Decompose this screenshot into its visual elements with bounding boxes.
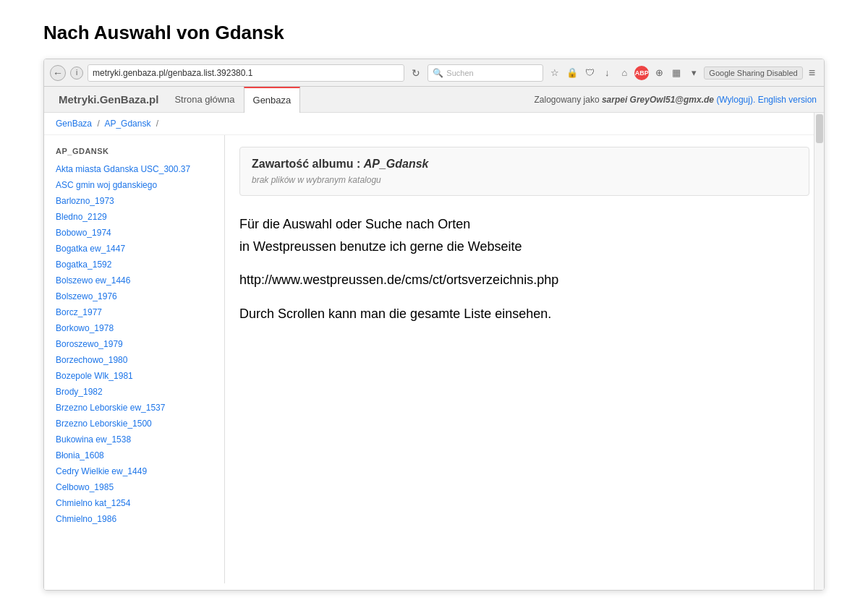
nav-user-info: Zalogowany jako sarpei GreyOwl51@gmx.de … xyxy=(535,95,817,105)
english-link[interactable]: English version xyxy=(758,95,817,105)
breadcrumb: GenBaza / AP_Gdansk / xyxy=(44,113,824,135)
google-sharing-badge: Google Sharing Disabled xyxy=(704,67,802,80)
scrollbar-thumb[interactable] xyxy=(816,114,823,143)
site-navbar: Metryki.GenBaza.pl Strona główna Genbaza… xyxy=(44,87,824,113)
breadcrumb-sep-2: / xyxy=(156,119,158,129)
content-layout: AP_GDANSK Akta miasta Gdanska USC_300.37… xyxy=(44,135,824,583)
sidebar-item-21[interactable]: Chmielno kat_1254 xyxy=(44,495,224,511)
sidebar-item-1[interactable]: ASC gmin woj gdanskiego xyxy=(44,177,224,193)
address-text: metryki.genbaza.pl/genbaza.list.392380.1 xyxy=(93,68,252,78)
star-icon[interactable]: ☆ xyxy=(548,66,562,80)
sidebar-heading: AP_GDANSK xyxy=(44,144,224,161)
browser-toolbar: ← i metryki.genbaza.pl/genbaza.list.3923… xyxy=(44,59,824,87)
sidebar-item-13[interactable]: Bozepole Wlk_1981 xyxy=(44,368,224,384)
sidebar-item-20[interactable]: Celbowo_1985 xyxy=(44,479,224,495)
page-heading: Nach Auswahl von Gdansk xyxy=(0,0,868,59)
sidebar-item-3[interactable]: Bledno_2129 xyxy=(44,209,224,225)
sidebar-item-12[interactable]: Borzechowo_1980 xyxy=(44,352,224,368)
sidebar-item-5[interactable]: Bogatka ew_1447 xyxy=(44,241,224,257)
sidebar-item-11[interactable]: Boroszewo_1979 xyxy=(44,336,224,352)
sidebar-item-6[interactable]: Bogatka_1592 xyxy=(44,257,224,273)
sidebar-item-17[interactable]: Bukowina ew_1538 xyxy=(44,432,224,447)
instruction-line3: Durch Scrollen kann man die gesamte List… xyxy=(239,303,809,325)
instruction-line1: Für die Auswahl oder Suche nach Orten xyxy=(239,213,809,236)
ext-icon[interactable]: ⊕ xyxy=(652,66,666,80)
sidebar-item-16[interactable]: Brzezno Leborskie_1500 xyxy=(44,416,224,432)
sidebar-item-9[interactable]: Borcz_1977 xyxy=(44,304,224,320)
sidebar-item-19[interactable]: Cedry Wielkie ew_1449 xyxy=(44,463,224,479)
username: sarpei GreyOwl51@gmx.de xyxy=(602,95,714,105)
home-icon[interactable]: ⌂ xyxy=(617,66,631,80)
album-box: Zawartość albumu : AP_Gdansk brak plików… xyxy=(239,147,809,196)
album-title: Zawartość albumu : AP_Gdansk xyxy=(252,158,797,171)
logout-link[interactable]: (Wyloguj). xyxy=(716,95,755,105)
search-placeholder: Suchen xyxy=(446,69,473,77)
address-bar[interactable]: metryki.genbaza.pl/genbaza.list.392380.1 xyxy=(88,64,404,82)
instruction-line2: in Westpreussen benutze ich gerne die We… xyxy=(239,236,809,258)
sidebar-item-2[interactable]: Barlozno_1973 xyxy=(44,193,224,209)
nav-link-home[interactable]: Strona główna xyxy=(166,87,243,113)
scrollbar[interactable] xyxy=(814,113,824,590)
search-icon: 🔍 xyxy=(433,68,443,78)
sidebar-item-18[interactable]: Błonia_1608 xyxy=(44,447,224,463)
browser-window: ← i metryki.genbaza.pl/genbaza.list.3923… xyxy=(43,59,825,591)
reload-button[interactable]: ↻ xyxy=(409,66,423,80)
lock-icon[interactable]: 🔒 xyxy=(565,66,579,80)
breadcrumb-ap-gdansk[interactable]: AP_Gdansk xyxy=(104,119,150,129)
shield-icon[interactable]: 🛡 xyxy=(582,66,597,80)
sidebar-item-15[interactable]: Brzezno Leborskie ew_1537 xyxy=(44,400,224,416)
sidebar-item-22[interactable]: Chmielno_1986 xyxy=(44,511,224,527)
instruction-text: Für die Auswahl oder Suche nach Orten in… xyxy=(239,213,809,325)
site-logo[interactable]: Metryki.GenBaza.pl xyxy=(51,93,166,106)
menu-button[interactable]: ≡ xyxy=(806,65,818,81)
sidebar-item-14[interactable]: Brody_1982 xyxy=(44,384,224,400)
search-bar[interactable]: 🔍 Suchen xyxy=(427,64,543,82)
nav-link-genbaza[interactable]: Genbaza xyxy=(244,87,301,113)
dropdown-icon[interactable]: ▾ xyxy=(686,66,701,80)
album-subtitle: brak plików w wybranym katalogu xyxy=(252,175,797,185)
sidebar-item-8[interactable]: Bolszewo_1976 xyxy=(44,288,224,304)
apps-icon[interactable]: ▦ xyxy=(669,66,684,80)
toolbar-icons: ☆ 🔒 🛡 ↓ ⌂ ABP ⊕ ▦ ▾ Google Sharing Disab… xyxy=(548,65,818,81)
album-name: AP_Gdansk xyxy=(364,158,429,170)
sidebar: AP_GDANSK Akta miasta Gdanska USC_300.37… xyxy=(44,135,225,583)
sidebar-item-10[interactable]: Borkowo_1978 xyxy=(44,320,224,336)
browser-content: GenBaza / AP_Gdansk / AP_GDANSK Akta mia… xyxy=(44,113,824,590)
sidebar-item-0[interactable]: Akta miasta Gdanska USC_300.37 xyxy=(44,161,224,177)
sidebar-item-7[interactable]: Bolszewo ew_1446 xyxy=(44,273,224,288)
main-panel: Zawartość albumu : AP_Gdansk brak plików… xyxy=(225,135,824,583)
instruction-link[interactable]: http://www.westpreussen.de/cms/ct/ortsve… xyxy=(239,269,809,291)
breadcrumb-genbaza[interactable]: GenBaza xyxy=(56,119,92,129)
back-button[interactable]: ← xyxy=(50,65,66,81)
abp-button[interactable]: ABP xyxy=(634,66,649,80)
info-button[interactable]: i xyxy=(70,67,83,80)
breadcrumb-sep-1: / xyxy=(97,119,99,129)
download-icon[interactable]: ↓ xyxy=(600,66,614,80)
sidebar-item-4[interactable]: Bobowo_1974 xyxy=(44,225,224,241)
